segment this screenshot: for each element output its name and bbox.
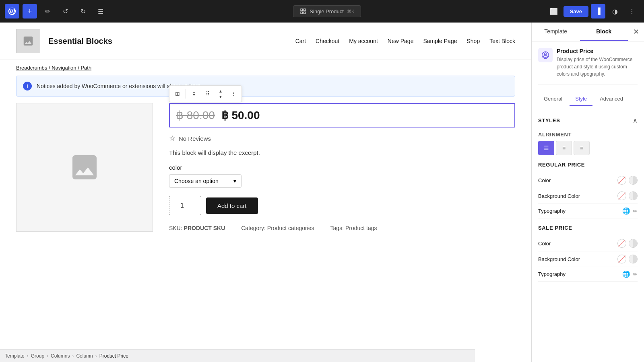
breadcrumb-group[interactable]: Group — [31, 353, 44, 359]
color-picker-button[interactable] — [629, 176, 638, 185]
site-url-label: Single Product — [310, 8, 344, 14]
regular-bgcolor-row: Background Color — [538, 188, 638, 204]
bgcolor-picker-button[interactable] — [629, 191, 638, 200]
chevron-down-icon: ▾ — [233, 178, 236, 184]
align-center-button[interactable]: ≡ — [556, 141, 572, 155]
sale-bgcolor-controls — [617, 255, 638, 263]
breadcrumb-template[interactable]: Template — [5, 353, 25, 359]
typography-edit-icon[interactable]: ✏ — [633, 208, 638, 214]
sub-tab-advanced[interactable]: Advanced — [594, 93, 629, 106]
quantity-input[interactable] — [169, 196, 201, 215]
add-to-cart-button[interactable]: Add to cart — [206, 197, 258, 214]
tags-meta: Tags: Product tags — [330, 225, 377, 231]
styles-collapse-icon[interactable]: ∧ — [633, 117, 638, 124]
sub-tab-general[interactable]: General — [538, 93, 568, 106]
breadcrumb-product-price: Product Price — [99, 353, 128, 359]
nav-shop[interactable]: Shop — [466, 38, 480, 44]
product-image-column — [16, 103, 153, 232]
cart-row: Add to cart — [169, 196, 515, 215]
product-area: ⊞ ⠿ ▲ ▼ ⋮ — [16, 103, 515, 232]
save-button[interactable]: Save — [564, 6, 588, 17]
category-label: Category: — [241, 225, 266, 231]
product-image — [16, 103, 153, 232]
star-icon: ☆ — [169, 134, 175, 143]
alignment-buttons: ☰ ≡ ≡ — [538, 141, 638, 155]
tags-value: Product tags — [345, 225, 377, 231]
nav-textblock[interactable]: Text Block — [489, 38, 515, 44]
theme-button[interactable]: ◑ — [608, 4, 622, 19]
sub-tab-style[interactable]: Style — [570, 93, 592, 106]
sale-bgcolor-row: Background Color — [538, 251, 638, 267]
bgcolor-controls — [617, 191, 638, 200]
styles-section-header: Styles ∧ — [538, 113, 638, 128]
regular-price: ฿ 80.00 — [176, 109, 215, 121]
typography-prop-label: Typography — [538, 208, 566, 214]
sale-bgcolor-picker[interactable] — [629, 255, 638, 263]
list-view-button[interactable]: ☰ — [93, 4, 108, 19]
category-meta: Category: Product categories — [241, 225, 314, 231]
color-label: color — [169, 164, 515, 171]
sale-bgcolor-label: Background Color — [538, 256, 580, 262]
nav-samplepage[interactable]: Sample Page — [423, 38, 457, 44]
nav-myaccount[interactable]: My account — [349, 38, 378, 44]
sale-color-slash[interactable] — [617, 239, 626, 248]
sale-color-picker[interactable] — [629, 239, 638, 248]
regular-color-row: Color — [538, 173, 638, 188]
redo-button[interactable]: ↻ — [76, 4, 90, 19]
sale-bgcolor-slash[interactable] — [617, 255, 626, 263]
svg-rect-3 — [304, 12, 306, 14]
panel-close-button[interactable]: ✕ — [628, 23, 644, 41]
sidebar-toggle-button[interactable]: ▐ — [591, 4, 605, 19]
reviews: ☆ No Reviews — [169, 134, 515, 143]
price-display: ฿ 80.00 ฿ 50.00 — [169, 103, 515, 128]
toolbar-down-btn[interactable]: ▼ — [215, 94, 226, 99]
top-bar: + ✏ ↺ ↻ ☰ Single Product ⌘K ⬜ Save ▐ ◑ ⋮ — [0, 0, 644, 23]
breadcrumb-column[interactable]: Column — [76, 353, 93, 359]
site-nav: Cart Checkout My account New Page Sample… — [295, 38, 515, 44]
sale-typography-label: Typography — [538, 271, 566, 277]
bgcolor-slash-icon[interactable] — [617, 191, 626, 200]
wordpress-logo — [5, 4, 19, 19]
site-url-button[interactable]: Single Product ⌘K — [293, 5, 361, 17]
toolbar-more-btn[interactable]: ⋮ — [227, 87, 240, 100]
sku-label: SKU: — [169, 225, 182, 231]
nav-checkout[interactable]: Checkout — [316, 38, 339, 44]
block-description: Display price of the WooCommerce product… — [557, 56, 638, 78]
color-slash-icon[interactable] — [617, 176, 626, 185]
more-options-button[interactable]: ⋮ — [625, 4, 639, 19]
align-right-button[interactable]: ≡ — [574, 141, 590, 155]
svg-rect-0 — [301, 9, 303, 11]
nav-newpage[interactable]: New Page — [388, 38, 414, 44]
nav-cart[interactable]: Cart — [295, 38, 306, 44]
toolbar-block-type-btn[interactable]: ⊞ — [171, 87, 184, 100]
edit-tools-button[interactable]: ✏ — [40, 4, 55, 19]
tab-template[interactable]: Template — [532, 23, 580, 41]
sale-typography-globe-icon[interactable]: 🌐 — [622, 270, 630, 278]
sale-color-label: Color — [538, 241, 551, 247]
undo-button[interactable]: ↺ — [58, 4, 72, 19]
toolbar-transform-btn[interactable] — [188, 87, 200, 100]
add-block-button[interactable]: + — [23, 4, 37, 19]
tab-block[interactable]: Block — [580, 23, 628, 41]
sale-typography-edit-icon[interactable]: ✏ — [633, 271, 638, 278]
panel-tabs: Template Block ✕ — [532, 23, 644, 41]
toolbar-up-btn[interactable]: ▲ — [215, 88, 226, 94]
typography-globe-icon[interactable]: 🌐 — [622, 207, 630, 215]
sku-value: PRODUCT SKU — [184, 225, 225, 231]
canvas: Essential Blocks Cart Checkout My accoun… — [0, 23, 531, 362]
view-button[interactable]: ⬜ — [547, 4, 561, 19]
sub-tabs: General Style Advanced — [538, 93, 638, 106]
toolbar-separator — [186, 89, 186, 99]
main-layout: Essential Blocks Cart Checkout My accoun… — [0, 23, 644, 362]
svg-rect-1 — [304, 9, 306, 11]
notice-icon: i — [23, 82, 32, 90]
block-info: Product Price Display price of the WooCo… — [538, 48, 638, 84]
notice-bar: i Notices added by WooCommerce or extens… — [16, 76, 515, 97]
toolbar-drag-btn[interactable]: ⠿ — [201, 87, 214, 100]
reviews-text: No Reviews — [179, 135, 211, 142]
color-select[interactable]: Choose an option ▾ — [169, 174, 242, 188]
product-meta: SKU: PRODUCT SKU Category: Product categ… — [169, 225, 515, 231]
align-left-button[interactable]: ☰ — [538, 141, 554, 155]
category-value: Product categories — [267, 225, 314, 231]
breadcrumb-columns[interactable]: Columns — [51, 353, 70, 359]
